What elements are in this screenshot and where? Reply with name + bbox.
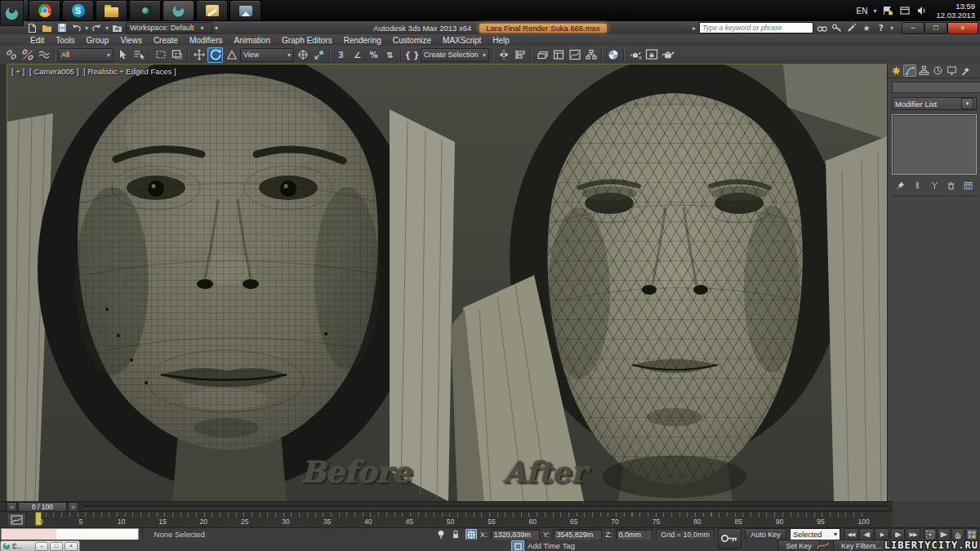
viewport-general-menu[interactable]: [ + ] xyxy=(11,67,24,76)
select-and-rotate-button[interactable] xyxy=(207,47,223,63)
reference-coordinate-dropdown[interactable]: View▾ xyxy=(240,48,294,62)
key-mode-dropdown[interactable]: Selected ▾ xyxy=(790,528,840,540)
minimize-window-button[interactable]: – xyxy=(902,22,924,34)
minimized-window[interactable]: E... – □ × xyxy=(0,540,80,551)
taskbar-3dsmax-button[interactable] xyxy=(163,0,194,21)
tab-motion[interactable] xyxy=(931,64,944,77)
track-bar-ruler[interactable]: 0510152025303540455055606570758085909510… xyxy=(38,512,870,528)
qat-customize-arrow-icon[interactable]: ▾ xyxy=(215,24,218,32)
tab-create[interactable] xyxy=(889,64,902,77)
subscription-center-button[interactable] xyxy=(831,23,843,33)
sign-in-button[interactable] xyxy=(846,23,858,33)
tab-display[interactable] xyxy=(945,64,958,77)
application-menu-button[interactable] xyxy=(0,0,24,26)
close-window-button[interactable]: × xyxy=(947,22,978,34)
camera-viewport[interactable]: [ + ] [ Camera005 ] [ Realistic + Edged … xyxy=(7,64,888,502)
select-and-move-button[interactable] xyxy=(191,47,207,63)
percent-snap-button[interactable]: % xyxy=(366,47,381,63)
menu-item[interactable]: Rendering xyxy=(338,36,387,45)
modifier-list-dropdown[interactable]: Modifier List ▾ xyxy=(892,97,977,110)
help-button[interactable]: ? xyxy=(875,23,887,33)
absolute-mode-toggle-button[interactable] xyxy=(466,529,477,540)
show-end-result-button[interactable]: ‖ xyxy=(911,180,924,192)
tab-hierarchy[interactable] xyxy=(917,64,930,77)
render-production-button[interactable] xyxy=(660,47,675,63)
window-crossing-button[interactable] xyxy=(169,47,185,63)
undo-dropdown-arrow-icon[interactable]: ▾ xyxy=(85,24,88,32)
taskbar-skype-button[interactable]: S xyxy=(62,0,94,21)
tray-window-icon[interactable] xyxy=(899,6,911,16)
mirror-button[interactable] xyxy=(496,47,511,63)
favorites-button[interactable]: ★ xyxy=(861,23,872,33)
snaps-toggle-button[interactable]: 3 xyxy=(333,47,349,63)
use-pivot-center-button[interactable] xyxy=(295,47,310,63)
select-and-manipulate-button[interactable] xyxy=(311,47,327,63)
menu-item[interactable]: Edit xyxy=(24,36,50,45)
select-and-link-button[interactable] xyxy=(3,47,19,63)
x-coordinate-field[interactable]: 1320,839m xyxy=(491,529,540,540)
edit-named-selection-sets-button[interactable]: { } xyxy=(404,47,420,63)
mini-minimize-button[interactable]: – xyxy=(35,542,48,551)
time-slider-track[interactable] xyxy=(83,505,888,509)
tab-modify[interactable] xyxy=(903,64,916,77)
select-object-button[interactable] xyxy=(114,47,130,63)
speaker-icon[interactable] xyxy=(916,6,927,16)
menu-item[interactable]: Tools xyxy=(50,36,80,45)
add-time-tag[interactable]: Add Time Tag xyxy=(528,540,575,550)
pin-stack-button[interactable] xyxy=(893,180,907,192)
unlink-selection-button[interactable] xyxy=(20,47,35,63)
render-setup-button[interactable] xyxy=(627,47,643,63)
selection-lock-button[interactable] xyxy=(450,529,461,540)
menu-item[interactable]: Modifiers xyxy=(184,36,229,45)
language-arrow-icon[interactable]: ▾ xyxy=(873,7,876,15)
clock[interactable]: 13:59 12.03.2013 xyxy=(933,2,975,20)
taskbar-photos-button[interactable] xyxy=(229,0,261,21)
schematic-view-button[interactable] xyxy=(583,47,599,63)
mini-maximize-button[interactable]: □ xyxy=(50,542,63,551)
taskbar-chrome-button[interactable] xyxy=(29,0,60,21)
default-tangent-button[interactable] xyxy=(817,540,830,550)
align-button[interactable] xyxy=(512,47,528,63)
search-button[interactable] xyxy=(817,23,828,33)
key-filters-button[interactable]: Key Filters... xyxy=(833,540,890,551)
time-tag-icon-button[interactable] xyxy=(511,540,524,551)
y-coordinate-field[interactable]: 3545,829m xyxy=(553,529,602,540)
save-file-button[interactable] xyxy=(56,23,68,33)
set-key-button[interactable]: Set Key xyxy=(777,540,820,551)
layer-manager-button[interactable] xyxy=(534,47,550,63)
set-keys-button[interactable] xyxy=(718,528,742,549)
open-file-button[interactable] xyxy=(41,23,53,33)
taskbar-folder-button[interactable] xyxy=(96,0,127,21)
maxscript-mini-listener[interactable] xyxy=(1,528,139,540)
curve-editor-button[interactable] xyxy=(567,47,582,63)
named-selection-sets-dropdown[interactable]: Create Selection Se▾ xyxy=(421,48,489,62)
modifier-stack-list[interactable] xyxy=(892,114,977,175)
taskbar-paint-button[interactable] xyxy=(196,0,228,21)
redo-dropdown-arrow-icon[interactable]: ▾ xyxy=(105,24,109,32)
menu-item[interactable]: Animation xyxy=(228,36,275,45)
infocenter-expand-icon[interactable]: ▸ xyxy=(693,24,696,32)
material-editor-button[interactable] xyxy=(605,47,621,63)
new-scene-button[interactable] xyxy=(26,23,38,33)
viewport-pov-menu[interactable]: [ Camera005 ] xyxy=(29,67,78,76)
select-and-scale-button[interactable] xyxy=(224,47,239,63)
workspace-dropdown[interactable]: Workspace: Default ▾ xyxy=(126,22,212,33)
project-folder-button[interactable] xyxy=(111,23,123,33)
bind-to-space-warp-button[interactable] xyxy=(36,47,51,63)
make-unique-button[interactable] xyxy=(928,180,942,192)
mini-close-button[interactable]: × xyxy=(65,542,78,551)
object-name-field[interactable] xyxy=(892,82,980,93)
maximize-window-button[interactable]: □ xyxy=(924,22,947,34)
menu-item[interactable]: Customize xyxy=(387,36,437,45)
menu-item[interactable]: Group xyxy=(81,36,115,45)
rendered-frame-window-button[interactable] xyxy=(644,47,659,63)
selection-filter-dropdown[interactable]: All▾ xyxy=(58,48,114,62)
z-coordinate-field[interactable]: 0,0mm xyxy=(616,529,653,540)
action-center-flag-icon[interactable] xyxy=(882,6,893,16)
viewport-shading-menu[interactable]: [ Realistic + Edged Faces ] xyxy=(83,67,176,76)
menu-item[interactable]: Help xyxy=(487,36,515,45)
configure-modifier-sets-button[interactable] xyxy=(961,180,975,192)
mini-curve-editor-button[interactable] xyxy=(7,513,26,528)
menu-item[interactable]: MAXScript xyxy=(437,36,487,45)
angle-snap-button[interactable]: ∠ xyxy=(350,47,365,63)
